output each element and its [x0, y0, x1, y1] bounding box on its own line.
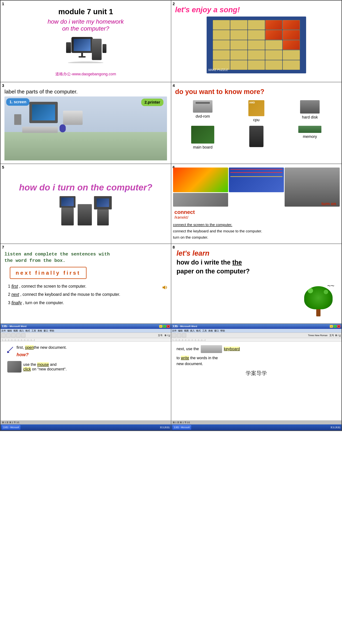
- cell-number-2: 2: [173, 2, 175, 6]
- listen-title: listen and complete the sentences with t…: [4, 251, 167, 264]
- sentence-num-2: 2: [8, 292, 11, 297]
- cpu-shape: [248, 100, 264, 116]
- harddisk-shape: [300, 100, 320, 114]
- win-title-10: 文档1 - Microsoft Word: [172, 325, 330, 328]
- desk-surface: [4, 132, 167, 160]
- connect-word: connect: [174, 209, 338, 215]
- menu-tools[interactable]: 工具: [32, 329, 36, 332]
- taskbar-10: 文档1 - Microsoft 英文(美国): [171, 424, 342, 430]
- reflection-shape: [68, 62, 104, 64]
- menu-table[interactable]: 表格: [38, 329, 42, 332]
- font-name: 五号: [158, 334, 162, 337]
- puzzle-piece: [213, 20, 230, 30]
- svg-line-1: [8, 347, 13, 352]
- win-minimize-9[interactable]: ─: [159, 325, 162, 328]
- menu-tools-10[interactable]: 工具: [202, 329, 207, 332]
- photos-row: [173, 168, 340, 206]
- desk-printer: [63, 111, 82, 125]
- comp-unit-2: [78, 204, 92, 226]
- taskbar-item-9[interactable]: 文档1 - Microsoft: [2, 425, 20, 430]
- computer-illustration: [57, 35, 114, 67]
- menu-table-10[interactable]: 表格: [208, 329, 213, 332]
- puzzle-piece: [283, 40, 300, 50]
- connect-section: connect /kənekt/: [173, 208, 340, 220]
- photo-cables: [229, 168, 284, 192]
- next-use-text: next, use the keyboard: [176, 345, 240, 353]
- win-maximize-9[interactable]: □: [163, 325, 166, 328]
- mouse-photo: [7, 361, 22, 372]
- comp-screen-sm-1: [61, 198, 74, 206]
- menu-help-10[interactable]: 帮助: [220, 329, 225, 332]
- puzzle-piece: [265, 60, 282, 70]
- puzzle-piece: [230, 40, 247, 50]
- content-next-label: next, use the: [176, 346, 200, 351]
- toolbar-btn-10[interactable]: [182, 334, 186, 337]
- win-minimize-10[interactable]: ─: [330, 325, 333, 328]
- menu-format[interactable]: 格式: [26, 329, 30, 332]
- badge-printer: 2.printer: [141, 98, 163, 106]
- win-close-10[interactable]: ✕: [337, 325, 340, 328]
- learn-title: let's learn: [176, 249, 336, 257]
- taskbar-item-10[interactable]: 文档1 - Microsoft: [172, 425, 191, 430]
- toolbar-btn[interactable]: [1, 334, 6, 337]
- cell-2: 2 let's enjoy a song!: [171, 0, 342, 82]
- sentence-rest-3: , turn on the computer.: [23, 300, 64, 305]
- sentence-num-3: 3: [8, 300, 11, 305]
- monitor-screen-shape: [74, 39, 90, 51]
- menu-file-10[interactable]: 文件: [172, 329, 176, 332]
- desk-monitor: [29, 102, 58, 123]
- desk-phone: [14, 114, 21, 125]
- instruction-3: turn on the computer.: [173, 234, 340, 240]
- menu-view-10[interactable]: 视图: [184, 329, 189, 332]
- new-document-text: new document.: [176, 362, 336, 366]
- speaker-left-shape: [66, 42, 71, 53]
- svg-marker-0: [162, 286, 165, 290]
- toolbar-btn-10[interactable]: [172, 334, 176, 337]
- fill-next: next: [11, 292, 19, 297]
- toolbar-btn-10[interactable]: [177, 334, 181, 337]
- puzzle-grid: [213, 20, 300, 70]
- cell-number-7: 7: [2, 245, 4, 250]
- main-grid: 1 module 7 unit 1 how do i write my home…: [0, 0, 342, 431]
- toolbar-btn[interactable]: [11, 334, 16, 337]
- win-close-9[interactable]: ✕: [167, 325, 170, 328]
- use-mouse-text: use the mouse and: [23, 362, 66, 367]
- menu-help[interactable]: 帮助: [50, 329, 54, 332]
- click-instruction: on "new document".: [31, 367, 67, 371]
- cable-line: [230, 172, 282, 173]
- mouse-fill: mouse: [37, 362, 49, 367]
- desk-screen: [32, 104, 55, 120]
- font-underline: U: [168, 334, 170, 337]
- menu-view[interactable]: 视图: [13, 329, 18, 332]
- win-maximize-10[interactable]: □: [334, 325, 337, 328]
- toolbar-btn[interactable]: [21, 334, 26, 337]
- comp-unit-3: [94, 196, 112, 226]
- content-line2b: the words in the: [190, 356, 218, 360]
- toolbar-btn[interactable]: [6, 334, 10, 337]
- cell-number-1: 1: [2, 2, 4, 6]
- arrow-icon-9: [6, 345, 15, 354]
- computers-row: [60, 196, 112, 226]
- menu-window[interactable]: 窗口: [44, 329, 48, 332]
- menu-file[interactable]: 文件: [1, 329, 6, 332]
- menu-insert-10[interactable]: 插入: [190, 329, 195, 332]
- tree-top: [304, 286, 332, 309]
- menu-format-10[interactable]: 格式: [196, 329, 201, 332]
- puzzle-piece: [248, 40, 265, 50]
- win-content-10: next, use the keyboard to write the word…: [171, 342, 342, 420]
- tree-decoration: 〜〜: [300, 286, 336, 318]
- part-memory: memory: [284, 126, 336, 150]
- toolbar-btn[interactable]: [16, 334, 20, 337]
- menu-insert[interactable]: 插入: [19, 329, 24, 332]
- cell-9: 文档1 - Microsoft Word ─ □ ✕ 文件 编辑 视图 插入 格…: [0, 324, 171, 431]
- sentence-3: 3 finally , turn on the computer.: [8, 300, 167, 306]
- puzzle-piece: [265, 20, 282, 30]
- photo-monitor: [173, 168, 228, 192]
- comp-tower-2: [78, 204, 92, 226]
- click-text: click on "new document".: [23, 367, 66, 372]
- menu-window-10[interactable]: 窗口: [214, 329, 219, 332]
- menu-edit-10[interactable]: 编辑: [178, 329, 183, 332]
- menu-edit[interactable]: 编辑: [7, 329, 12, 332]
- how-label: how?: [6, 352, 166, 358]
- learn-sub1-text: how do i write the: [176, 259, 230, 266]
